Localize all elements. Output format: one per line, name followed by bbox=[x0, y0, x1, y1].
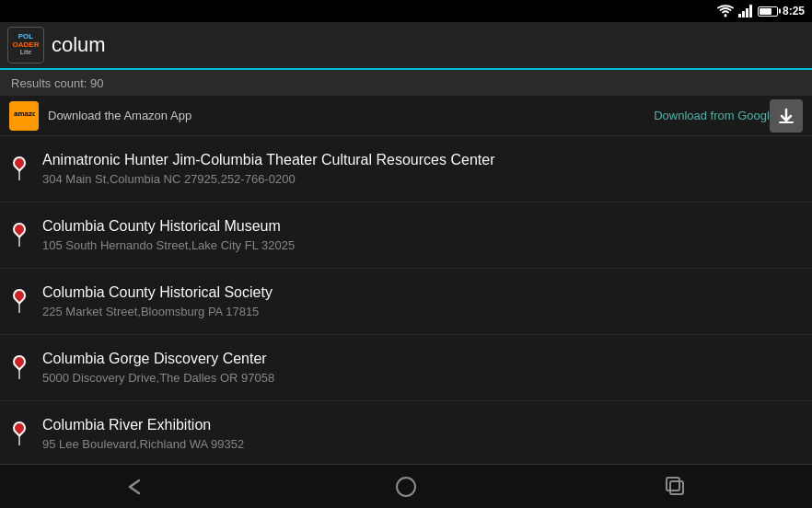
amazon-banner[interactable]: amazon Download the Amazon App Download … bbox=[0, 96, 812, 136]
item-title: Columbia Gorge Discovery Center bbox=[42, 351, 801, 367]
svg-rect-4 bbox=[749, 5, 752, 17]
home-button[interactable] bbox=[378, 468, 434, 505]
item-content: Columbia River Exhibition 95 Lee Bouleva… bbox=[42, 417, 801, 451]
item-content: Columbia Gorge Discovery Center 5000 Dis… bbox=[42, 351, 801, 385]
app-logo: POLOADERLite bbox=[7, 27, 44, 64]
back-arrow-icon bbox=[122, 477, 148, 497]
svg-rect-2 bbox=[742, 11, 745, 17]
status-icons: 8:25 bbox=[717, 5, 805, 17]
search-bar: POLOADERLite bbox=[0, 22, 812, 70]
download-icon bbox=[777, 107, 795, 125]
back-button[interactable] bbox=[108, 468, 163, 505]
item-content: Columbia County Historical Society 225 M… bbox=[42, 284, 801, 318]
item-content: Animatronic Hunter Jim-Columbia Theater … bbox=[42, 152, 801, 186]
amazon-logo-icon: amazon bbox=[9, 101, 39, 131]
results-count-text: Results count: 90 bbox=[11, 76, 103, 90]
svg-rect-1 bbox=[738, 14, 741, 17]
pin-icon bbox=[11, 223, 28, 248]
search-input-area[interactable] bbox=[52, 33, 805, 57]
results-list: Animatronic Hunter Jim-Columbia Theater … bbox=[0, 136, 812, 464]
item-title: Animatronic Hunter Jim-Columbia Theater … bbox=[42, 152, 801, 168]
status-bar: 8:25 bbox=[0, 0, 812, 22]
pin-icon bbox=[11, 289, 28, 315]
results-count-bar: Results count: 90 bbox=[0, 70, 812, 96]
recent-apps-button[interactable] bbox=[649, 468, 704, 505]
item-content: Columbia County Historical Museum 105 So… bbox=[42, 218, 801, 252]
recent-apps-icon bbox=[666, 477, 688, 497]
svg-rect-7 bbox=[667, 478, 679, 491]
signal-icon bbox=[738, 5, 753, 17]
item-title: Columbia River Exhibition bbox=[42, 417, 801, 433]
item-title: Columbia County Historical Museum bbox=[42, 218, 801, 235]
download-button[interactable] bbox=[770, 99, 803, 133]
status-time: 8:25 bbox=[783, 5, 805, 17]
home-circle-icon bbox=[396, 477, 416, 497]
wifi-icon bbox=[717, 5, 734, 17]
search-input[interactable] bbox=[52, 33, 805, 57]
list-item[interactable]: Columbia County Historical Society 225 M… bbox=[0, 269, 812, 335]
list-item[interactable]: Columbia River Exhibition 95 Lee Bouleva… bbox=[0, 401, 812, 464]
item-address: 5000 Discovery Drive,The Dalles OR 97058 bbox=[42, 371, 801, 385]
battery-icon bbox=[758, 6, 778, 17]
bottom-nav bbox=[0, 464, 812, 508]
pin-icon bbox=[11, 421, 28, 447]
list-item[interactable]: Columbia Gorge Discovery Center 5000 Dis… bbox=[0, 335, 812, 401]
item-address: 95 Lee Boulevard,Richland WA 99352 bbox=[42, 437, 801, 451]
list-item[interactable]: Columbia County Historical Museum 105 So… bbox=[0, 202, 812, 269]
item-address: 105 South Hernando Street,Lake City FL 3… bbox=[42, 238, 801, 252]
list-item[interactable]: Animatronic Hunter Jim-Columbia Theater … bbox=[0, 136, 812, 202]
svg-rect-6 bbox=[670, 481, 683, 494]
svg-point-0 bbox=[724, 15, 726, 17]
item-address: 304 Main St,Columbia NC 27925,252-766-02… bbox=[42, 172, 801, 186]
pin-icon bbox=[11, 355, 28, 381]
item-title: Columbia County Historical Society bbox=[42, 284, 801, 301]
item-address: 225 Market Street,Bloomsburg PA 17815 bbox=[42, 305, 801, 318]
amazon-app-label: Download the Amazon App bbox=[48, 109, 650, 122]
pin-icon bbox=[11, 156, 28, 182]
svg-rect-3 bbox=[746, 8, 748, 17]
